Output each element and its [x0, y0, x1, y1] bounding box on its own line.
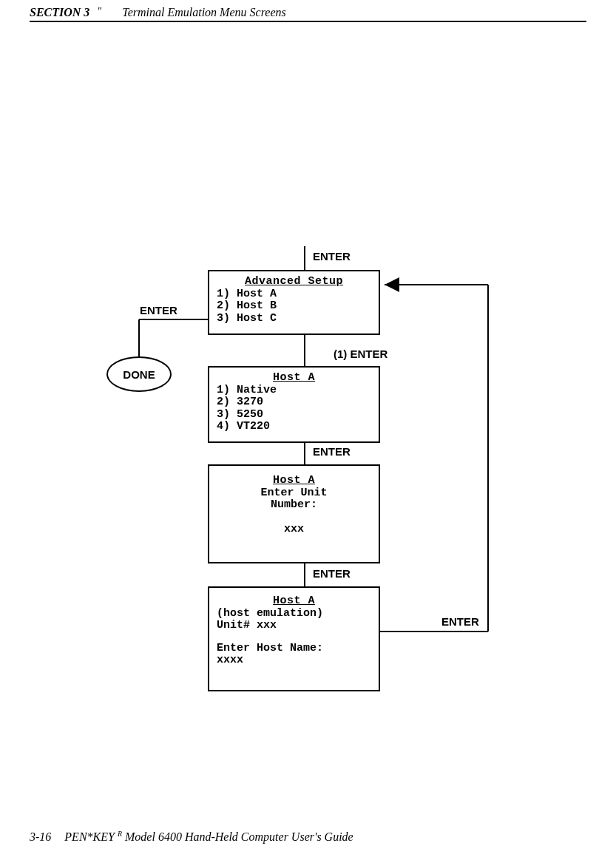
box-host-emulation: Host A (host emulation) Unit# xxx Enter …	[208, 586, 380, 691]
box3-line1: Enter Unit	[217, 487, 371, 500]
box2-line3: 3) 5250	[217, 409, 371, 421]
box4-line4: xxxx	[217, 654, 371, 667]
label-one-enter: (1) ENTER	[334, 348, 387, 360]
done-label: DONE	[123, 368, 155, 381]
box2-line4: 4) VT220	[217, 421, 371, 433]
page-number: 3-16	[30, 830, 51, 843]
box2-title: Host A	[217, 372, 371, 385]
label-enter-mid1: ENTER	[313, 445, 351, 458]
box1-line2: 2) Host B	[217, 300, 371, 313]
footer-sup: R	[118, 830, 122, 838]
box2-line1: 1) Native	[217, 385, 371, 397]
page: SECTION 3 " Terminal Emulation Menu Scre…	[0, 0, 616, 860]
box4-line2: Unit# xxx	[217, 620, 371, 632]
box3-title: Host A	[217, 475, 371, 487]
diagram: ENTER ENTER (1) ENTER ENTER ENTER ENTER …	[0, 0, 616, 860]
page-footer: 3-16 PEN*KEY R Model 6400 Hand-Held Comp…	[30, 830, 586, 844]
spacer	[217, 632, 371, 643]
box3-line3: xxx	[217, 524, 371, 536]
box1-line1: 1) Host A	[217, 288, 371, 301]
box2-line2: 2) 3270	[217, 396, 371, 409]
box-advanced-setup: Advanced Setup 1) Host A 2) Host B 3) Ho…	[208, 270, 380, 335]
footer-product-a: PEN*KEY	[64, 830, 115, 843]
box1-line3: 3) Host C	[217, 313, 371, 325]
box3-line2: Number:	[217, 499, 371, 512]
label-enter-left: ENTER	[140, 304, 177, 316]
box-host-a-types: Host A 1) Native 2) 3270 3) 5250 4) VT22…	[208, 366, 380, 443]
done-node: DONE	[106, 356, 172, 392]
box4-line3: Enter Host Name:	[217, 643, 371, 655]
box4-title: Host A	[217, 595, 371, 608]
footer-product-b: Model 6400 Hand-Held Computer User's Gui…	[125, 830, 353, 843]
label-enter-top: ENTER	[313, 250, 351, 263]
label-enter-right: ENTER	[441, 615, 479, 628]
box-enter-unit: Host A Enter Unit Number: xxx	[208, 464, 380, 563]
box1-title: Advanced Setup	[217, 276, 371, 288]
label-enter-mid2: ENTER	[313, 567, 351, 580]
box4-line1: (host emulation)	[217, 608, 371, 620]
